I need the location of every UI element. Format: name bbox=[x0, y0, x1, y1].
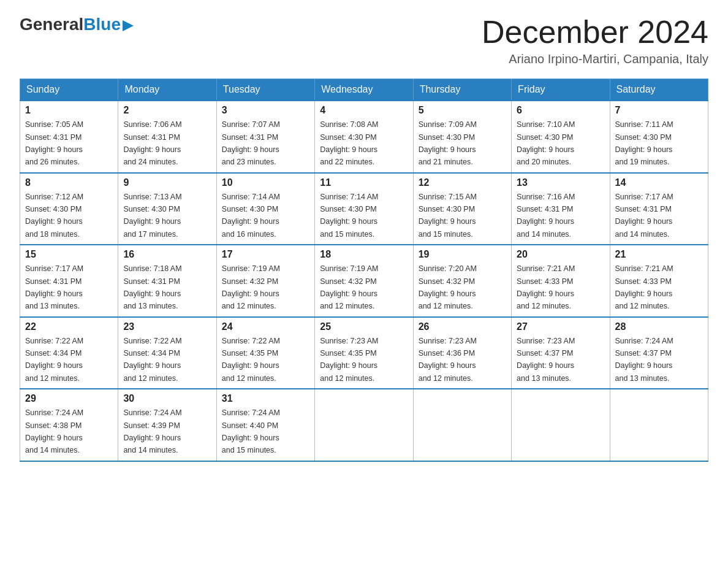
day-info: Sunrise: 7:15 AMSunset: 4:30 PMDaylight:… bbox=[419, 193, 477, 239]
calendar-week-row: 1 Sunrise: 7:05 AMSunset: 4:31 PMDayligh… bbox=[20, 101, 708, 173]
calendar-cell: 24 Sunrise: 7:22 AMSunset: 4:35 PMDaylig… bbox=[216, 317, 314, 389]
day-info: Sunrise: 7:24 AMSunset: 4:37 PMDaylight:… bbox=[615, 337, 673, 383]
day-number: 2 bbox=[123, 105, 211, 116]
day-number: 22 bbox=[25, 321, 113, 332]
calendar-cell: 17 Sunrise: 7:19 AMSunset: 4:32 PMDaylig… bbox=[216, 245, 314, 317]
day-number: 13 bbox=[517, 177, 604, 188]
title-section: December 2024 Ariano Irpino-Martiri, Cam… bbox=[482, 15, 708, 66]
day-info: Sunrise: 7:17 AMSunset: 4:31 PMDaylight:… bbox=[25, 264, 83, 310]
day-number: 9 bbox=[123, 177, 211, 188]
calendar-cell: 12 Sunrise: 7:15 AMSunset: 4:30 PMDaylig… bbox=[413, 173, 511, 245]
day-info: Sunrise: 7:19 AMSunset: 4:32 PMDaylight:… bbox=[320, 264, 378, 310]
day-info: Sunrise: 7:11 AMSunset: 4:30 PMDaylight:… bbox=[615, 120, 673, 166]
calendar-cell: 21 Sunrise: 7:21 AMSunset: 4:33 PMDaylig… bbox=[610, 245, 708, 317]
day-number: 30 bbox=[123, 393, 211, 404]
day-info: Sunrise: 7:24 AMSunset: 4:39 PMDaylight:… bbox=[123, 408, 181, 454]
day-info: Sunrise: 7:18 AMSunset: 4:31 PMDaylight:… bbox=[123, 264, 181, 310]
calendar-cell: 9 Sunrise: 7:13 AMSunset: 4:30 PMDayligh… bbox=[118, 173, 216, 245]
day-number: 8 bbox=[25, 177, 113, 188]
logo-blue-text: Blue bbox=[83, 15, 121, 34]
day-info: Sunrise: 7:09 AMSunset: 4:30 PMDaylight:… bbox=[419, 120, 477, 166]
day-number: 1 bbox=[25, 105, 113, 116]
day-number: 24 bbox=[222, 321, 309, 332]
calendar-cell: 25 Sunrise: 7:23 AMSunset: 4:35 PMDaylig… bbox=[315, 317, 413, 389]
day-info: Sunrise: 7:22 AMSunset: 4:35 PMDaylight:… bbox=[222, 337, 280, 383]
day-number: 16 bbox=[123, 249, 211, 260]
calendar-cell: 28 Sunrise: 7:24 AMSunset: 4:37 PMDaylig… bbox=[610, 317, 708, 389]
col-header-saturday: Saturday bbox=[610, 79, 708, 101]
day-number: 25 bbox=[320, 321, 408, 332]
day-info: Sunrise: 7:21 AMSunset: 4:33 PMDaylight:… bbox=[517, 264, 575, 310]
calendar-cell: 14 Sunrise: 7:17 AMSunset: 4:31 PMDaylig… bbox=[610, 173, 708, 245]
calendar-cell: 1 Sunrise: 7:05 AMSunset: 4:31 PMDayligh… bbox=[20, 101, 118, 173]
day-info: Sunrise: 7:23 AMSunset: 4:37 PMDaylight:… bbox=[517, 337, 575, 383]
day-number: 21 bbox=[615, 249, 703, 260]
day-info: Sunrise: 7:22 AMSunset: 4:34 PMDaylight:… bbox=[123, 337, 181, 383]
day-info: Sunrise: 7:17 AMSunset: 4:31 PMDaylight:… bbox=[615, 193, 673, 239]
day-info: Sunrise: 7:19 AMSunset: 4:32 PMDaylight:… bbox=[222, 264, 280, 310]
calendar-week-row: 22 Sunrise: 7:22 AMSunset: 4:34 PMDaylig… bbox=[20, 317, 708, 389]
col-header-friday: Friday bbox=[512, 79, 610, 101]
svg-marker-0 bbox=[123, 20, 134, 31]
calendar-cell: 11 Sunrise: 7:14 AMSunset: 4:30 PMDaylig… bbox=[315, 173, 413, 245]
calendar-cell: 31 Sunrise: 7:24 AMSunset: 4:40 PMDaylig… bbox=[216, 389, 314, 461]
day-info: Sunrise: 7:20 AMSunset: 4:32 PMDaylight:… bbox=[419, 264, 477, 310]
day-info: Sunrise: 7:14 AMSunset: 4:30 PMDaylight:… bbox=[222, 193, 280, 239]
calendar-cell: 18 Sunrise: 7:19 AMSunset: 4:32 PMDaylig… bbox=[315, 245, 413, 317]
day-info: Sunrise: 7:24 AMSunset: 4:40 PMDaylight:… bbox=[222, 408, 280, 454]
day-info: Sunrise: 7:24 AMSunset: 4:38 PMDaylight:… bbox=[25, 408, 83, 454]
calendar-cell: 19 Sunrise: 7:20 AMSunset: 4:32 PMDaylig… bbox=[413, 245, 511, 317]
day-number: 17 bbox=[222, 249, 309, 260]
calendar-cell: 7 Sunrise: 7:11 AMSunset: 4:30 PMDayligh… bbox=[610, 101, 708, 173]
day-number: 5 bbox=[419, 105, 506, 116]
day-number: 18 bbox=[320, 249, 408, 260]
calendar-cell: 8 Sunrise: 7:12 AMSunset: 4:30 PMDayligh… bbox=[20, 173, 118, 245]
day-number: 10 bbox=[222, 177, 309, 188]
calendar-cell: 27 Sunrise: 7:23 AMSunset: 4:37 PMDaylig… bbox=[512, 317, 610, 389]
day-number: 12 bbox=[419, 177, 506, 188]
day-info: Sunrise: 7:13 AMSunset: 4:30 PMDaylight:… bbox=[123, 193, 181, 239]
day-info: Sunrise: 7:23 AMSunset: 4:36 PMDaylight:… bbox=[419, 337, 477, 383]
day-info: Sunrise: 7:12 AMSunset: 4:30 PMDaylight:… bbox=[25, 193, 83, 239]
day-info: Sunrise: 7:06 AMSunset: 4:31 PMDaylight:… bbox=[123, 120, 181, 166]
calendar-cell: 3 Sunrise: 7:07 AMSunset: 4:31 PMDayligh… bbox=[216, 101, 314, 173]
day-number: 26 bbox=[419, 321, 506, 332]
day-number: 3 bbox=[222, 105, 309, 116]
calendar-cell: 10 Sunrise: 7:14 AMSunset: 4:30 PMDaylig… bbox=[216, 173, 314, 245]
calendar-cell: 29 Sunrise: 7:24 AMSunset: 4:38 PMDaylig… bbox=[20, 389, 118, 461]
calendar-cell: 2 Sunrise: 7:06 AMSunset: 4:31 PMDayligh… bbox=[118, 101, 216, 173]
month-title: December 2024 bbox=[482, 15, 708, 50]
logo-general-text: General bbox=[20, 15, 83, 34]
day-info: Sunrise: 7:07 AMSunset: 4:31 PMDaylight:… bbox=[222, 120, 280, 166]
calendar-cell: 6 Sunrise: 7:10 AMSunset: 4:30 PMDayligh… bbox=[512, 101, 610, 173]
logo: General Blue bbox=[20, 15, 134, 34]
day-number: 29 bbox=[25, 393, 113, 404]
day-number: 19 bbox=[419, 249, 506, 260]
logo-arrow-icon bbox=[123, 20, 134, 31]
day-number: 28 bbox=[615, 321, 703, 332]
day-info: Sunrise: 7:10 AMSunset: 4:30 PMDaylight:… bbox=[517, 120, 575, 166]
col-header-wednesday: Wednesday bbox=[315, 79, 413, 101]
day-number: 27 bbox=[517, 321, 604, 332]
day-info: Sunrise: 7:16 AMSunset: 4:31 PMDaylight:… bbox=[517, 193, 575, 239]
page-header: General Blue December 2024 Ariano Irpino… bbox=[20, 15, 708, 66]
day-number: 7 bbox=[615, 105, 703, 116]
day-number: 15 bbox=[25, 249, 113, 260]
day-info: Sunrise: 7:22 AMSunset: 4:34 PMDaylight:… bbox=[25, 337, 83, 383]
day-info: Sunrise: 7:21 AMSunset: 4:33 PMDaylight:… bbox=[615, 264, 673, 310]
col-header-thursday: Thursday bbox=[413, 79, 511, 101]
col-header-tuesday: Tuesday bbox=[216, 79, 314, 101]
calendar-cell: 15 Sunrise: 7:17 AMSunset: 4:31 PMDaylig… bbox=[20, 245, 118, 317]
calendar-cell: 20 Sunrise: 7:21 AMSunset: 4:33 PMDaylig… bbox=[512, 245, 610, 317]
calendar-cell: 13 Sunrise: 7:16 AMSunset: 4:31 PMDaylig… bbox=[512, 173, 610, 245]
col-header-sunday: Sunday bbox=[20, 79, 118, 101]
day-number: 20 bbox=[517, 249, 604, 260]
calendar-cell bbox=[512, 389, 610, 461]
calendar-cell: 26 Sunrise: 7:23 AMSunset: 4:36 PMDaylig… bbox=[413, 317, 511, 389]
calendar-cell: 4 Sunrise: 7:08 AMSunset: 4:30 PMDayligh… bbox=[315, 101, 413, 173]
day-number: 14 bbox=[615, 177, 703, 188]
day-number: 4 bbox=[320, 105, 408, 116]
calendar-header-row: SundayMondayTuesdayWednesdayThursdayFrid… bbox=[20, 79, 708, 101]
calendar-cell: 5 Sunrise: 7:09 AMSunset: 4:30 PMDayligh… bbox=[413, 101, 511, 173]
day-info: Sunrise: 7:23 AMSunset: 4:35 PMDaylight:… bbox=[320, 337, 378, 383]
